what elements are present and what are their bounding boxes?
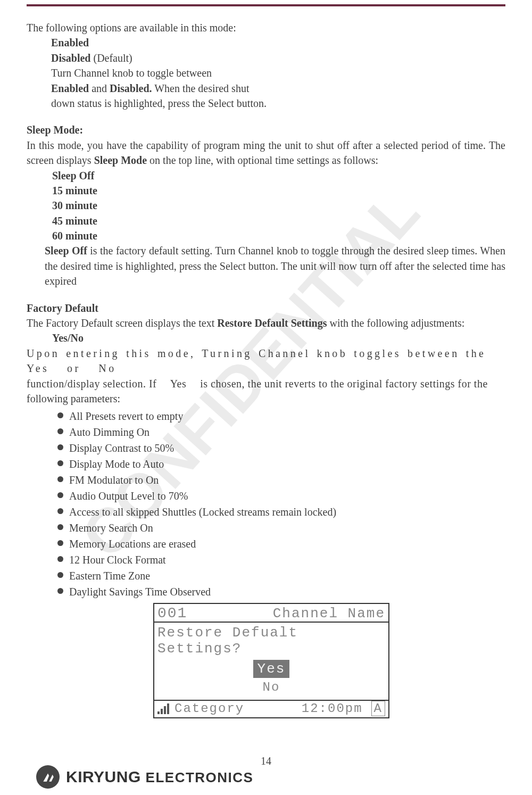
factory-p2c: following parameters: xyxy=(27,391,505,406)
opt-disabled-suffix: (Default) xyxy=(90,52,132,64)
brand-logo-icon xyxy=(36,765,60,789)
bullet-4: FM Modulator to On xyxy=(57,472,505,488)
bullet-7: Memory Search On xyxy=(57,520,505,536)
bullet-3: Display Mode to Auto xyxy=(57,456,505,472)
sleep-desc-tail: is the factory default setting. Turn Cha… xyxy=(45,245,505,287)
bullet-10: Eastern Time Zone xyxy=(57,568,505,584)
enabled2: Enabled xyxy=(51,82,89,94)
lcd-antenna-letter: A xyxy=(371,701,385,716)
sleep-desc-b: Sleep Off xyxy=(45,245,87,256)
bullet-9: 12 Hour Clock Format xyxy=(57,552,505,568)
lcd-time: 12:00pm xyxy=(250,701,365,716)
turn-line: Turn Channel knob to toggle between xyxy=(51,65,505,80)
footer-brand: KIRYUNG ELECTRONICS xyxy=(36,765,253,789)
sleep-item-1: 15 minute xyxy=(52,185,97,196)
opt-disabled: Disabled xyxy=(51,52,90,64)
bullet-6: Access to all skipped Shuttles (Locked s… xyxy=(57,504,505,520)
sleep-para-c: on the top line, with optional time sett… xyxy=(147,154,378,166)
brand-suffix: ELECTRONICS xyxy=(146,769,254,785)
sleep-para-b: Sleep Mode xyxy=(94,154,147,166)
sleep-item-0: Sleep Off xyxy=(52,170,94,181)
signal-bars-icon xyxy=(157,703,169,714)
sleep-item-2: 30 minute xyxy=(52,200,97,211)
lcd-prompt: Restore Defualt Settings? xyxy=(157,625,385,657)
factory-p2a: Upon entering this mode, Turning Channel… xyxy=(27,346,505,376)
bullet-5: Audio Output Level to 70% xyxy=(57,488,505,504)
intro-line: The following options are available in t… xyxy=(27,20,505,35)
when-line: When the desired shut xyxy=(152,82,250,94)
bullet-1: Auto Dimming On xyxy=(57,424,505,440)
lcd-option-yes: Yes xyxy=(253,660,290,678)
bullet-0: All Presets revert to empty xyxy=(57,408,505,424)
factory-bullets: All Presets revert to empty Auto Dimming… xyxy=(57,408,505,600)
factory-heading: Factory Default xyxy=(27,301,505,316)
and-word: and xyxy=(89,82,110,94)
factory-p1b: Restore Default Settings xyxy=(217,317,327,329)
sleep-item-4: 60 minute xyxy=(52,230,97,242)
factory-p1a: The Factory Default screen displays the … xyxy=(27,317,217,329)
lcd-channel-title: Channel Name xyxy=(273,606,385,622)
factory-p2b: function/display selection. If Yes is ch… xyxy=(27,376,505,391)
page-content: The following options are available in t… xyxy=(27,20,505,718)
bullet-8: Memory Locations are erased xyxy=(57,536,505,552)
lcd-channel-number: 001 xyxy=(157,605,187,622)
down-line: down status is highlighted, press the Se… xyxy=(51,96,505,111)
factory-p1c: with the following adjustments: xyxy=(327,317,464,329)
opt-enabled: Enabled xyxy=(51,37,89,48)
bullet-11: Daylight Savings Time Observed xyxy=(57,584,505,600)
lcd-option-no: No xyxy=(157,680,385,694)
lcd-category: Category xyxy=(174,701,244,716)
sleep-item-3: 45 minute xyxy=(52,215,97,227)
sleep-heading: Sleep Mode: xyxy=(27,122,505,137)
factory-yesno: Yes/No xyxy=(52,332,84,344)
bullet-2: Display Contrast to 50% xyxy=(57,440,505,456)
disabled2: Disabled. xyxy=(110,82,152,94)
brand-name: KIRYUNG xyxy=(66,768,141,785)
top-rule xyxy=(27,4,505,6)
lcd-screen: 001 Channel Name Restore Defualt Setting… xyxy=(153,603,389,718)
